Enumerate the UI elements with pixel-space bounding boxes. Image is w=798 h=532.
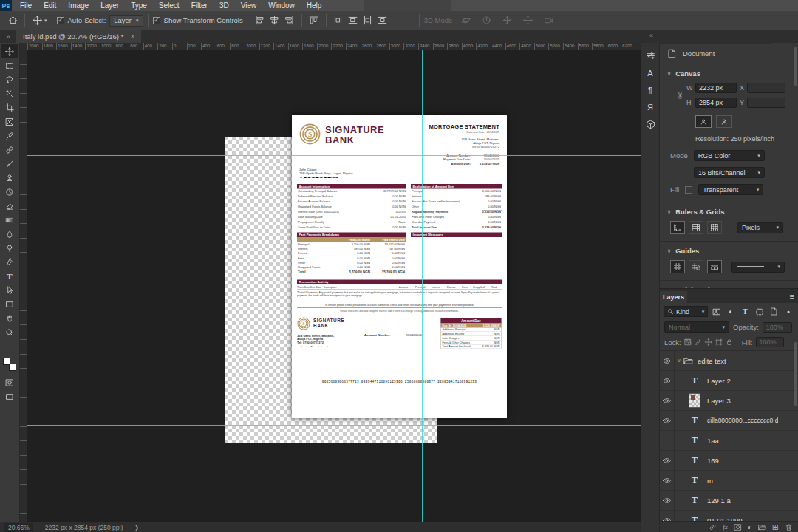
3d-pan-icon[interactable]	[499, 14, 514, 27]
clone-stamp-tool[interactable]	[1, 171, 18, 185]
panel-character-icon[interactable]: A	[647, 69, 652, 78]
lock-pixels-icon[interactable]	[695, 338, 702, 346]
quick-mask-button[interactable]	[1, 375, 18, 389]
align-center-button[interactable]	[267, 14, 282, 27]
menu-view[interactable]: View	[235, 0, 263, 11]
edit-toolbar-ellipsis[interactable]: ···	[1, 339, 18, 353]
panel-glyphs-icon[interactable]: Я	[647, 103, 653, 112]
vertical-guide[interactable]	[239, 50, 239, 522]
3d-orbit-icon[interactable]	[458, 14, 473, 27]
toolbar-collapse-icon[interactable]: »	[0, 32, 16, 43]
blend-mode-dropdown[interactable]: Normal▾	[664, 321, 729, 332]
move-tool-preset-icon[interactable]	[30, 14, 44, 27]
screen-mode-button[interactable]	[1, 389, 18, 403]
layer-name[interactable]: 129 1 a	[707, 497, 731, 505]
horizontal-ruler[interactable]: 2000180016001400120010008006004002000200…	[27, 43, 641, 50]
layer-visibility-eye-icon[interactable]	[660, 391, 675, 410]
fill-dropdown[interactable]: Transparent▾	[698, 184, 763, 195]
zoom-level-field[interactable]: 20.66%	[4, 523, 33, 532]
auto-select-target-dropdown[interactable]: Layer▾	[109, 15, 143, 27]
link-dimensions-icon[interactable]	[676, 87, 684, 103]
vertical-guide[interactable]	[422, 50, 423, 522]
3d-roll-icon[interactable]	[479, 14, 494, 27]
new-group-icon[interactable]	[758, 523, 766, 531]
object-selection-tool[interactable]	[1, 86, 18, 100]
filter-smart-objects-icon[interactable]	[768, 306, 780, 317]
smart-guides-button[interactable]	[707, 260, 722, 273]
opacity-field[interactable]: 100%	[763, 322, 792, 332]
lock-transparency-icon[interactable]	[684, 338, 692, 346]
fill-checkbox[interactable]	[685, 186, 692, 194]
lock-guides-button[interactable]	[689, 260, 703, 273]
auto-select-checkbox[interactable]: ✓	[57, 17, 64, 24]
filter-toggle-icon[interactable]: ●	[782, 306, 794, 317]
properties-scrollbar[interactable]	[794, 47, 797, 86]
group-expand-chevron-icon[interactable]: ∨	[675, 358, 683, 364]
tab-layers[interactable]: Layers	[660, 291, 687, 303]
layer-visibility-eye-icon-hidden[interactable]	[660, 431, 675, 450]
3d-slide-icon[interactable]	[520, 14, 535, 27]
layer-row[interactable]: T 169	[660, 451, 798, 471]
crop-tool[interactable]	[1, 100, 18, 115]
toggle-grid-button[interactable]	[689, 221, 703, 234]
layer-row[interactable]: T m	[660, 471, 798, 491]
pasteboard[interactable]: SIGNATURE BANK MORTGAGE STATEMENT Statem…	[27, 50, 641, 522]
menu-select[interactable]: Select	[153, 0, 185, 11]
layer-name[interactable]: m	[707, 477, 713, 485]
panel-collapse-icon[interactable]: «	[649, 32, 653, 39]
lock-position-icon[interactable]	[705, 338, 712, 346]
layer-row[interactable]: Layer 3	[660, 391, 798, 411]
tool-preset-chevron-icon[interactable]: ▾	[44, 18, 47, 24]
layer-visibility-eye-icon[interactable]	[660, 351, 675, 370]
distribute-left-button[interactable]	[361, 14, 375, 27]
panel-paragraph-icon[interactable]: ¶	[648, 86, 652, 95]
layer-name[interactable]: Layer 2	[707, 377, 731, 385]
status-options-arrow-icon[interactable]: ❯	[134, 525, 139, 531]
toggle-guides-button[interactable]	[670, 260, 685, 273]
align-options-ellipsis-button[interactable]: ···	[400, 14, 415, 27]
layer-name[interactable]: cilla0000000...ccccccc0 d	[707, 417, 778, 424]
menu-3d[interactable]: 3D	[214, 0, 235, 11]
menu-layer[interactable]: Layer	[95, 0, 125, 11]
foreground-color-swatch[interactable]	[3, 358, 10, 365]
layers-panel-menu-icon[interactable]: ≡	[786, 292, 798, 303]
filter-adjustment-layers-icon[interactable]: ◐	[725, 306, 737, 317]
3d-camera-icon[interactable]	[541, 14, 556, 27]
layer-row[interactable]: T 129 1 a	[660, 491, 798, 511]
filter-type-layers-icon[interactable]: T	[739, 306, 751, 317]
menu-help[interactable]: Help	[301, 0, 328, 11]
type-tool[interactable]: T	[1, 269, 18, 283]
photoshop-logo-icon[interactable]: Ps	[0, 0, 12, 11]
frame-tool[interactable]	[1, 115, 18, 129]
statement-page[interactable]: SIGNATURE BANK MORTGAGE STATEMENT Statem…	[292, 115, 507, 418]
new-adjustment-layer-icon[interactable]: ◐	[748, 523, 752, 531]
lock-all-icon[interactable]	[726, 338, 733, 346]
rectangle-tool[interactable]	[1, 297, 18, 311]
path-selection-tool[interactable]	[1, 283, 18, 297]
guides-section-header[interactable]: ∨ Guides	[660, 242, 798, 259]
layer-row[interactable]: T Layer 2	[660, 371, 798, 391]
rulers-grids-section-header[interactable]: ∨ Rulers & Grids	[660, 202, 798, 219]
distribute-horizontal-button[interactable]	[346, 14, 361, 27]
filter-pixel-layers-icon[interactable]	[710, 306, 722, 317]
horizontal-guide[interactable]	[27, 155, 641, 156]
layer-name[interactable]: Layer 3	[707, 397, 731, 405]
orientation-portrait-button[interactable]	[695, 115, 712, 128]
layer-row[interactable]: T 1aa	[660, 431, 798, 451]
blur-tool[interactable]	[1, 227, 18, 241]
color-mode-dropdown[interactable]: RGB Color▾	[694, 150, 765, 161]
link-layers-icon[interactable]	[709, 523, 717, 531]
document-tab[interactable]: Italy id.psd @ 20.7% (RGB/16) * ×	[16, 30, 141, 43]
delete-layer-icon[interactable]	[785, 523, 793, 531]
menu-file[interactable]: File	[14, 0, 38, 11]
menu-window[interactable]: Window	[262, 0, 301, 11]
eraser-tool[interactable]	[1, 199, 18, 213]
layer-visibility-eye-icon[interactable]	[660, 371, 675, 390]
layer-name[interactable]: edite text	[698, 357, 726, 365]
layer-visibility-eye-icon[interactable]	[660, 471, 675, 490]
layers-scrollbar[interactable]	[794, 342, 797, 406]
menu-type[interactable]: Type	[125, 0, 153, 11]
layer-visibility-eye-icon[interactable]	[660, 491, 675, 510]
hand-tool[interactable]	[1, 311, 18, 325]
layer-filter-kind-dropdown[interactable]: Kind ▾	[664, 306, 708, 317]
